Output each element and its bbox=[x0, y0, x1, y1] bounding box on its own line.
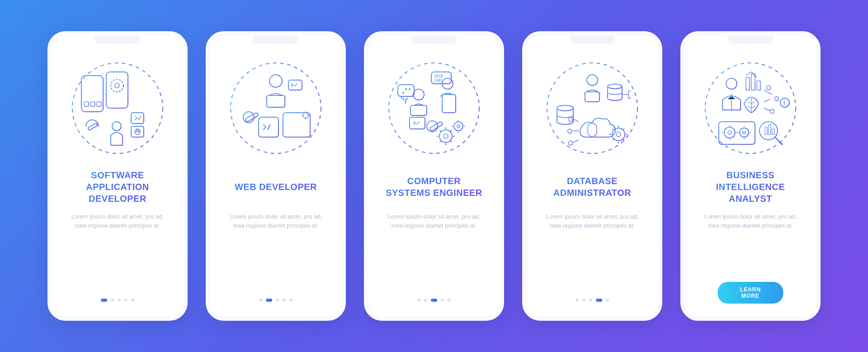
svg-point-33 bbox=[405, 88, 407, 90]
pagination-dots bbox=[259, 299, 292, 302]
svg-rect-59 bbox=[746, 77, 750, 90]
phone-notch bbox=[570, 36, 615, 44]
dot-3[interactable] bbox=[589, 299, 592, 302]
screen-description: Lorem ipsum dolor sit amet, pro ad, mea … bbox=[696, 212, 805, 230]
svg-rect-74 bbox=[772, 129, 774, 134]
phone-notch bbox=[95, 36, 140, 44]
phone-notch bbox=[253, 36, 298, 44]
dot-5[interactable] bbox=[606, 299, 609, 302]
svg-point-54 bbox=[608, 84, 622, 89]
onboarding-screen-4: DATABASE ADMINISTRATOR Lorem ipsum dolor… bbox=[522, 31, 662, 321]
svg-point-69 bbox=[740, 128, 749, 137]
software-developer-icon bbox=[68, 58, 167, 158]
screen-title: DATABASE ADMINISTRATOR bbox=[553, 169, 631, 205]
onboarding-screen-1: SOFTWARE APPLICATION DEVELOPER Lorem ips… bbox=[47, 31, 188, 321]
onboarding-screen-3: 1010 1001 COMPUTER SYSTEMS ENGINEER Lore… bbox=[364, 31, 504, 321]
svg-rect-17 bbox=[288, 80, 302, 90]
dot-4[interactable] bbox=[441, 299, 444, 302]
pagination-dots bbox=[417, 299, 451, 302]
svg-rect-31 bbox=[410, 105, 427, 115]
svg-point-30 bbox=[413, 89, 424, 100]
svg-point-47 bbox=[443, 134, 448, 138]
dot-2[interactable] bbox=[582, 299, 585, 302]
svg-rect-32 bbox=[398, 85, 414, 96]
dot-1[interactable] bbox=[101, 299, 107, 302]
screen-title: COMPUTER SYSTEMS ENGINEER bbox=[386, 169, 482, 205]
dot-3[interactable] bbox=[118, 299, 121, 302]
svg-rect-43 bbox=[410, 117, 425, 129]
svg-rect-73 bbox=[769, 124, 771, 134]
svg-rect-4 bbox=[97, 102, 101, 106]
pagination-dots bbox=[101, 299, 134, 302]
bi-analyst-icon: i bbox=[701, 58, 800, 158]
svg-text:i: i bbox=[783, 100, 785, 106]
screen-description: Lorem ipsum dolor sit amet, pro ad, mea … bbox=[538, 212, 647, 230]
dot-1[interactable] bbox=[417, 299, 420, 302]
svg-rect-19 bbox=[245, 112, 259, 122]
web-developer-icon bbox=[226, 58, 326, 158]
svg-point-7 bbox=[115, 83, 119, 88]
learn-more-button[interactable]: LEARN MORE bbox=[718, 282, 783, 304]
dot-2[interactable] bbox=[266, 299, 272, 302]
svg-point-9 bbox=[112, 122, 121, 131]
pagination-dots bbox=[576, 299, 609, 302]
svg-point-49 bbox=[457, 125, 460, 128]
svg-point-24 bbox=[303, 113, 308, 118]
svg-text:1010: 1010 bbox=[434, 74, 443, 78]
svg-point-70 bbox=[743, 131, 745, 134]
svg-rect-72 bbox=[765, 127, 767, 134]
svg-point-14 bbox=[231, 63, 321, 153]
phone-notch bbox=[411, 36, 457, 44]
dot-2[interactable] bbox=[111, 299, 114, 302]
svg-point-46 bbox=[439, 130, 452, 143]
dot-3[interactable] bbox=[276, 299, 279, 302]
dot-5[interactable] bbox=[131, 299, 134, 302]
dot-4[interactable] bbox=[124, 299, 127, 302]
dot-3[interactable] bbox=[431, 299, 437, 302]
svg-point-48 bbox=[454, 122, 463, 131]
svg-point-68 bbox=[728, 131, 731, 134]
onboarding-screen-5: i BUSINESS INTELLIGENCE ANALYST Lorem ip… bbox=[680, 31, 821, 321]
svg-rect-60 bbox=[751, 74, 755, 90]
svg-rect-2 bbox=[84, 102, 89, 106]
svg-rect-61 bbox=[757, 81, 760, 90]
dot-5[interactable] bbox=[448, 299, 451, 302]
screen-description: Lorem ipsum dolor sit amet, pro ad, mea … bbox=[379, 212, 489, 230]
dot-4[interactable] bbox=[596, 299, 602, 302]
dot-5[interactable] bbox=[289, 299, 292, 302]
dot-1[interactable] bbox=[576, 299, 579, 302]
phone-notch bbox=[728, 36, 773, 44]
screen-description: Lorem ipsum dolor sit amet, pro ad, mea … bbox=[221, 212, 330, 230]
systems-engineer-icon: 1010 1001 bbox=[384, 58, 484, 158]
dot-1[interactable] bbox=[259, 299, 262, 302]
onboarding-screen-2: WEB DEVELOPER Lorem ipsum dolor sit amet… bbox=[206, 31, 346, 321]
svg-point-53 bbox=[557, 105, 573, 111]
screen-title: BUSINESS INTELLIGENCE ANALYST bbox=[716, 169, 785, 205]
svg-rect-3 bbox=[90, 102, 95, 106]
svg-point-35 bbox=[402, 92, 404, 94]
svg-rect-16 bbox=[267, 95, 285, 107]
database-admin-icon bbox=[542, 58, 642, 158]
svg-point-56 bbox=[616, 132, 621, 137]
svg-rect-5 bbox=[106, 72, 128, 108]
svg-point-34 bbox=[409, 88, 410, 90]
svg-text:1001: 1001 bbox=[434, 79, 443, 83]
svg-rect-37 bbox=[442, 95, 456, 113]
dot-4[interactable] bbox=[283, 299, 286, 302]
screen-title: SOFTWARE APPLICATION DEVELOPER bbox=[86, 169, 149, 205]
screen-title: WEB DEVELOPER bbox=[235, 169, 317, 205]
svg-rect-8 bbox=[88, 123, 98, 130]
svg-rect-52 bbox=[585, 92, 599, 102]
dot-2[interactable] bbox=[424, 299, 427, 302]
screen-description: Lorem ipsum dolor sit amet, pro ad, mea … bbox=[63, 212, 172, 230]
svg-point-6 bbox=[111, 79, 123, 92]
